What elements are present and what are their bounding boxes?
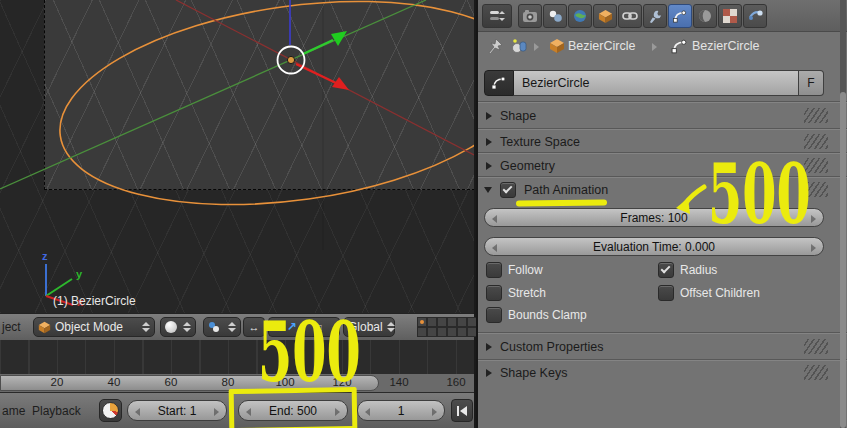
jump-start-icon [456,406,468,416]
expand-arrow-icon [484,187,492,193]
shading-dropdown[interactable] [160,317,196,337]
panel-grip[interactable] [804,365,828,380]
offset-children-checkbox[interactable] [658,285,674,301]
panel-grip[interactable] [804,108,828,123]
evaluation-time-label: Evaluation Time: 0.000 [593,240,715,254]
increment-icon[interactable] [432,408,437,416]
divider [478,359,847,360]
layers-grid[interactable] [417,317,477,337]
playback-menu[interactable]: Playback [32,398,81,424]
av-sync-button[interactable] [99,399,122,422]
3d-viewport[interactable]: z y x (1) BezierCircle [0,0,474,313]
ruler-tick: 100 [272,376,298,388]
breadcrumb-object-name[interactable]: BezierCircle [568,39,635,53]
decrement-icon[interactable] [135,408,140,416]
orientation-dropdown[interactable]: Global [343,317,395,337]
end-frame-label: End: 500 [269,404,317,418]
cube-icon [38,321,51,334]
ruler-tick: 160 [443,376,469,388]
object-menu[interactable]: ject [2,314,21,340]
curve-data-icon [671,38,688,55]
datablock-name-input[interactable]: BezierCircle [514,70,799,96]
breadcrumb-data-name[interactable]: BezierCircle [692,39,759,53]
ruler-tick: 120 [329,376,355,388]
panel-grip[interactable] [804,339,828,354]
translate-manipulator-button[interactable]: ↗ [286,320,296,334]
end-frame-field[interactable]: End: 500 [238,400,348,421]
ruler-tick: 80 [215,376,241,388]
increment-icon[interactable] [811,244,816,252]
tab-physics[interactable] [743,4,767,28]
start-frame-label: Start: 1 [158,404,197,418]
tab-world[interactable] [568,4,592,28]
rotate-manipulator-button[interactable]: ⌒ [301,320,312,335]
sphere-icon [165,321,177,333]
manipulator-toggle-button[interactable]: ↔ [243,317,265,337]
timeline-canvas[interactable] [0,340,474,374]
y-axis-line [0,0,426,189]
active-object-label: (1) BezierCircle [53,294,136,308]
tab-object[interactable] [593,4,617,28]
timeline-ruler[interactable]: 20 40 60 80 100 120 140 160 [0,374,474,392]
panel-grip[interactable] [804,158,828,173]
scrollbar-thumb[interactable] [840,92,846,428]
tab-constraints[interactable] [618,4,642,28]
panel-grip[interactable] [804,134,828,149]
panel-custom-properties[interactable]: Custom Properties [478,335,836,359]
object-data-icon [511,38,529,55]
panel-texture-space[interactable]: Texture Space [478,130,836,154]
decrement-icon[interactable] [492,244,497,252]
current-frame-field[interactable]: 1 [357,400,445,421]
tab-texture[interactable] [718,4,742,28]
tab-object-data[interactable] [668,4,692,28]
bounds-clamp-checkbox[interactable] [486,307,502,323]
arrows-horizontal-icon: ↔ [249,321,260,333]
panel-path-animation[interactable]: Path Animation [478,178,836,202]
radius-checkbox[interactable] [658,262,674,278]
gizmo-y-label: y [76,268,82,280]
divider [478,152,847,153]
offset-children-label: Offset Children [680,286,760,300]
tab-render[interactable] [518,4,542,28]
tab-material[interactable] [693,4,717,28]
view3d-header: ject Object Mode ↔ ↗ ⌒ □ Global [0,313,474,340]
layer-1-active[interactable] [417,317,427,327]
divider [478,332,847,333]
stretch-checkbox[interactable] [486,285,502,301]
decrement-icon[interactable] [246,408,251,416]
curve-data-icon [491,75,507,91]
scale-manipulator-button[interactable]: □ [316,322,322,333]
gizmo-z-label: z [42,250,48,262]
pin-icon[interactable] [487,38,503,55]
tab-scene[interactable] [543,4,567,28]
jump-to-start-button[interactable] [451,399,473,422]
tab-modifiers[interactable] [643,4,667,28]
panel-geometry[interactable]: Geometry [478,154,836,178]
panel-grip[interactable] [804,182,828,197]
pivot-icon [208,321,220,333]
follow-label: Follow [508,263,543,277]
path-animation-checkbox[interactable] [500,182,516,198]
properties-scrollbar[interactable] [840,0,846,428]
frames-slider[interactable]: Frames: 100 [484,208,824,227]
breadcrumb-arrow-icon [652,43,657,51]
chevron-updown-icon [142,322,150,332]
decrement-icon[interactable] [492,215,497,223]
increment-icon[interactable] [214,408,219,416]
decrement-icon[interactable] [365,408,370,416]
panel-shape[interactable]: Shape [478,104,836,128]
panel-shape-keys[interactable]: Shape Keys [478,361,836,385]
follow-checkbox[interactable] [486,262,502,278]
timeline-header: ame Playback Start: 1 End: 500 1 [0,392,474,428]
pivot-dropdown[interactable] [203,317,241,337]
frame-menu[interactable]: ame [2,398,25,424]
increment-icon[interactable] [811,215,816,223]
mode-dropdown[interactable]: Object Mode [33,317,155,337]
fake-user-button[interactable]: F [799,70,824,96]
chevron-updown-icon [183,322,191,332]
start-frame-field[interactable]: Start: 1 [127,400,227,421]
radius-label: Radius [680,263,717,277]
evaluation-time-slider[interactable]: Evaluation Time: 0.000 [484,237,824,256]
editor-type-selector[interactable] [482,4,512,28]
increment-icon[interactable] [335,408,340,416]
